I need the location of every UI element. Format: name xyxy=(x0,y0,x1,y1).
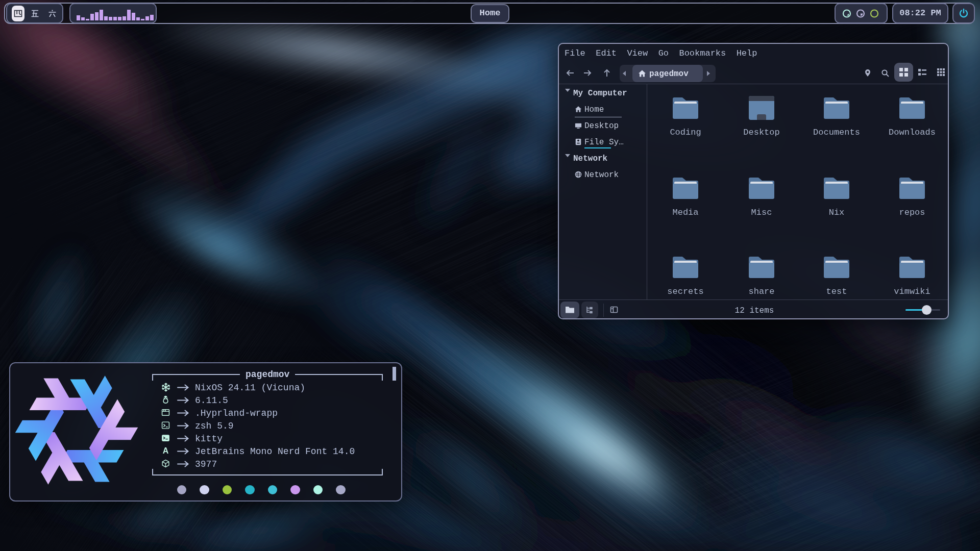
svg-text:A: A xyxy=(163,446,169,455)
